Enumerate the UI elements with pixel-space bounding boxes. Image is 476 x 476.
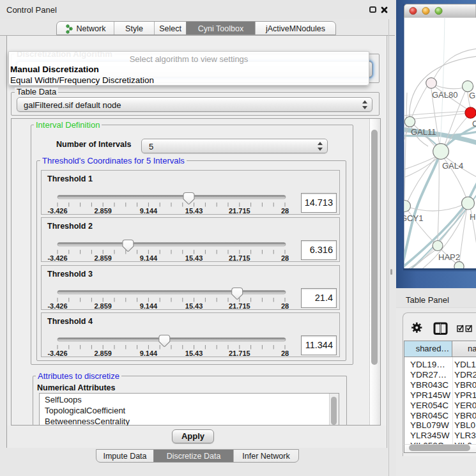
svg-text:G.: G. <box>469 91 476 100</box>
svg-text:HAP2: HAP2 <box>438 252 460 262</box>
svg-text:GAL80: GAL80 <box>432 90 457 100</box>
svg-text:GAL11: GAL11 <box>411 127 436 137</box>
svg-text:GAL4: GAL4 <box>442 161 463 171</box>
svg-text:C: C <box>472 119 476 128</box>
svg-text:H: H <box>470 212 475 222</box>
